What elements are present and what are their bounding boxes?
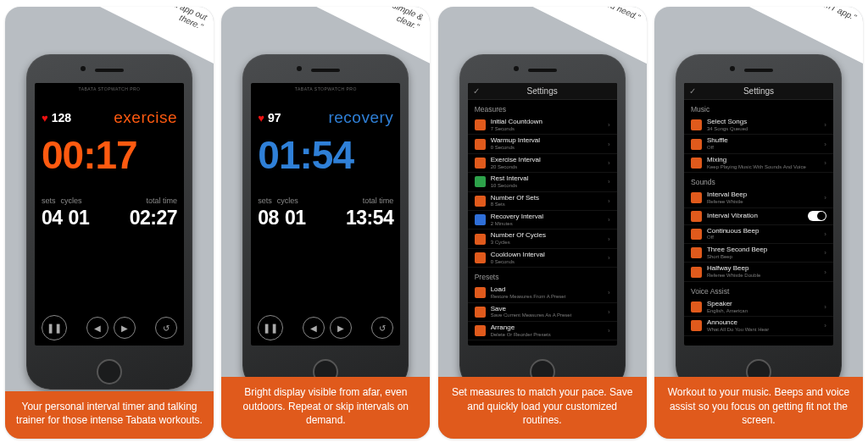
settings-row[interactable]: Recovery Interval2 Minutes› [468, 211, 617, 230]
settings-row[interactable]: SaveSave Current Measures As A Preset› [468, 303, 617, 322]
reset-button[interactable]: ↺ [155, 317, 177, 339]
chevron-right-icon: › [608, 235, 610, 243]
prev-interval-button[interactable]: ◀ [303, 317, 325, 339]
settings-row[interactable]: SpeakerEnglish, American› [684, 298, 833, 317]
settings-row[interactable]: Three Second BeepShort Beep› [684, 244, 833, 263]
phone-speaker [744, 69, 773, 72]
showcase-panel-2: "Love. So nice, simple & clear." TABATA … [221, 7, 430, 439]
showcase-panel-1: "Best Tabata app out there." TABATA STOP… [5, 7, 214, 439]
settings-row[interactable]: ShuffleOff› [684, 135, 833, 153]
row-text: SaveSave Current Measures As A Preset [491, 306, 572, 318]
row-sublabel: 34 Songs Queued [707, 126, 748, 132]
row-icon [475, 196, 486, 207]
row-label: Cooldown Interval [491, 252, 545, 259]
chevron-right-icon: › [824, 268, 826, 276]
settings-row[interactable]: ArrangeDelete Or Reorder Presets› [468, 322, 617, 340]
pause-button[interactable]: ❚❚ [258, 315, 283, 340]
row-text: Interval BeepReferee Whistle [707, 191, 747, 204]
heart-icon: ♥ [258, 112, 264, 124]
settings-row[interactable]: Number Of Cycles3 Cycles› [468, 230, 617, 248]
row-sublabel: 2 Minutes [491, 221, 543, 227]
settings-row[interactable]: Cooldown Interval0 Seconds› [468, 249, 617, 268]
row-text: Rest Interval10 Seconds [491, 175, 529, 188]
mode-label: recovery [328, 108, 393, 127]
chevron-right-icon: › [608, 197, 610, 205]
settings-row[interactable]: Rest Interval10 Seconds› [468, 173, 617, 191]
settings-row[interactable]: Initial Countdown7 Seconds› [468, 116, 617, 135]
settings-row[interactable]: Number Of Sets8 Sets› [468, 192, 617, 211]
chevron-right-icon: › [824, 230, 826, 238]
row-icon [475, 307, 486, 318]
row-label: Exercise Interval [491, 157, 541, 164]
settings-row[interactable]: Warmup Interval0 Seconds› [468, 135, 617, 153]
prev-interval-button[interactable]: ◀ [86, 317, 108, 339]
row-label: Announce [707, 319, 769, 327]
section-sounds: Sounds [684, 173, 833, 189]
next-interval-button[interactable]: ▶ [114, 317, 136, 339]
row-label: Load [491, 286, 566, 294]
done-icon[interactable]: ✓ [689, 86, 696, 96]
phone-frame: ✓ Settings Measures Initial Countdown7 S… [459, 54, 626, 390]
settings-header: ✓ Settings [684, 83, 833, 100]
row-text: ShuffleOff [707, 137, 728, 150]
label-sets: sets [258, 196, 272, 205]
row-sublabel: Referee Whistle [707, 199, 747, 205]
row-icon [475, 119, 486, 130]
row-label: Arrange [491, 324, 551, 332]
row-text: Select Songs34 Songs Queued [707, 119, 748, 131]
row-icon [691, 247, 702, 258]
settings-row[interactable]: Select Songs34 Songs Queued› [684, 116, 833, 135]
settings-row[interactable]: LoadRestore Measures From A Preset› [468, 284, 617, 302]
row-sublabel: 3 Cycles [491, 240, 546, 246]
row-label: Initial Countdown [491, 119, 542, 126]
row-sublabel: Referee Whistle Double [707, 273, 760, 279]
next-interval-button[interactable]: ▶ [330, 317, 352, 339]
row-text: Number Of Sets8 Sets [491, 195, 539, 207]
value-cycles: 01 [69, 208, 90, 228]
countdown-time: 00:17 [42, 136, 177, 174]
done-icon[interactable]: ✓ [473, 86, 480, 96]
settings-title: Settings [743, 86, 774, 96]
row-sublabel: Save Current Measures As A Preset [491, 312, 572, 318]
reset-button[interactable]: ↺ [371, 317, 393, 339]
row-sublabel: Delete Or Reorder Presets [491, 332, 551, 338]
pause-button[interactable]: ❚❚ [42, 315, 67, 340]
value-total-time: 13:54 [346, 208, 393, 228]
heart-icon: ♥ [42, 112, 48, 124]
row-text: SpeakerEnglish, American [707, 301, 748, 313]
settings-row[interactable]: Interval BeepReferee Whistle› [684, 189, 833, 207]
row-icon [691, 119, 702, 130]
settings-header: ✓ Settings [468, 83, 617, 100]
chevron-right-icon: › [824, 194, 826, 202]
chevron-right-icon: › [824, 322, 826, 329]
showcase-panel-4: "Perfect, best HIIT app." ✓ Settings Mus… [654, 7, 863, 439]
settings-row[interactable]: MixingKeep Playing Music With Sounds And… [684, 154, 833, 173]
settings-row[interactable]: Interval Vibration [684, 208, 833, 225]
row-sublabel: Off [707, 235, 759, 241]
row-text: Warmup Interval0 Seconds [491, 137, 540, 150]
row-sublabel: 8 Sets [491, 202, 539, 207]
app-title: TABATA STOPWATCH PRO [258, 85, 393, 93]
settings-row[interactable]: Continuous BeepOff› [684, 225, 833, 244]
chevron-right-icon: › [824, 141, 826, 148]
label-total-time: total time [146, 196, 177, 205]
settings-row[interactable]: Exercise Interval20 Seconds› [468, 154, 617, 173]
row-text: Interval Vibration [707, 213, 758, 220]
toggle-switch[interactable] [808, 211, 826, 221]
settings-row[interactable]: AnnounceWhat All Do You Want Hear› [684, 317, 833, 335]
row-sublabel: 0 Seconds [491, 259, 545, 265]
mode-label: exercise [114, 108, 177, 127]
row-sublabel: Restore Measures From A Preset [491, 294, 566, 300]
app-screen-settings-measures: ✓ Settings Measures Initial Countdown7 S… [468, 83, 617, 346]
phone-frame: TABATA STOPWATCH PRO ♥ 97 recovery 01:54… [242, 54, 409, 390]
heart-rate: 128 [52, 111, 71, 124]
next-icon: ▶ [337, 324, 344, 333]
phone-camera [730, 66, 735, 71]
prev-icon: ◀ [310, 324, 317, 333]
phone-speaker [528, 69, 557, 72]
row-icon [475, 252, 486, 263]
settings-row[interactable]: Halfway BeepReferee Whistle Double› [684, 263, 833, 281]
phone-camera [514, 66, 519, 71]
row-icon [691, 229, 702, 240]
pause-icon: ❚❚ [263, 324, 278, 333]
